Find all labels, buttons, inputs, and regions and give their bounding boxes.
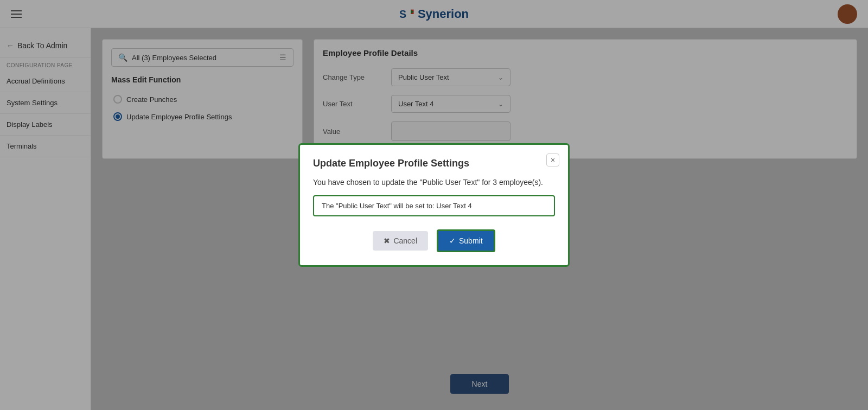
submit-button[interactable]: ✓ Submit	[437, 229, 495, 252]
submit-check-icon: ✓	[449, 236, 456, 245]
close-icon: ×	[551, 156, 555, 164]
modal-info-box: The "Public User Text" will be set to: U…	[313, 195, 555, 216]
modal-actions: ✖ Cancel ✓ Submit	[313, 229, 555, 252]
modal-dialog: Update Employee Profile Settings × You h…	[298, 143, 570, 267]
cancel-icon: ✖	[384, 236, 390, 245]
submit-label: Submit	[459, 236, 483, 245]
modal-description: You have chosen to update the "Public Us…	[313, 178, 555, 187]
cancel-button[interactable]: ✖ Cancel	[373, 231, 428, 251]
modal-overlay[interactable]: Update Employee Profile Settings × You h…	[0, 0, 868, 410]
cancel-label: Cancel	[393, 236, 417, 245]
modal-title: Update Employee Profile Settings	[313, 158, 555, 169]
modal-close-button[interactable]: ×	[546, 153, 559, 166]
